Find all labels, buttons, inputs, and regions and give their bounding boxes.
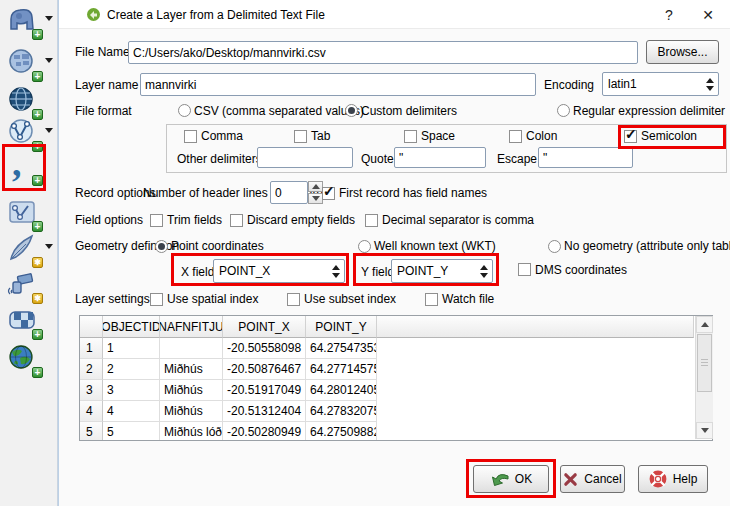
scroll-up-button[interactable] [696, 316, 713, 333]
colon-checkbox[interactable] [509, 130, 522, 143]
escape-label: Escape [497, 152, 537, 166]
wkt-radio[interactable] [358, 240, 371, 253]
table-vertical-scrollbar[interactable] [695, 316, 713, 439]
cancel-button[interactable]: Cancel [560, 465, 625, 493]
check-icon: ✓ [625, 127, 637, 141]
add-mssql-layer-button[interactable]: + [6, 46, 40, 80]
discard-empty-checkbox[interactable] [230, 214, 243, 227]
browse-button[interactable]: Browse... [646, 40, 719, 64]
manage-layers-toolbar: + + + + , [0, 0, 58, 506]
row-number[interactable]: 2 [80, 359, 103, 380]
file-format-label: File format [75, 104, 132, 118]
scroll-down-button[interactable] [696, 422, 713, 439]
add-wms-layer-button[interactable]: + [6, 84, 40, 118]
layer-settings-label: Layer settings [75, 292, 150, 306]
cell-objectid: 1 [103, 338, 160, 359]
help-titlebar-button[interactable]: ? [656, 3, 682, 26]
new-shapefile-layer-button[interactable]: + [6, 196, 40, 230]
spatial-index-checkbox[interactable] [150, 293, 163, 306]
dms-coordinates-checkbox[interactable] [518, 263, 531, 276]
row-number[interactable]: 4 [80, 401, 103, 422]
cell-objectid: 4 [103, 401, 160, 422]
add-web-globe-layer-button[interactable]: + [6, 342, 40, 376]
quote-input[interactable] [394, 147, 486, 168]
cell-point-y: 64.27547353 [306, 338, 377, 359]
add-delimited-text-layer-button[interactable]: , + [6, 150, 40, 184]
spinner-arrows-icon[interactable] [332, 260, 340, 282]
layer-name-input[interactable] [140, 73, 536, 96]
help-button-label: Help [673, 472, 698, 486]
col-header[interactable]: POINT_X [223, 316, 306, 338]
cell-point-x: -20.51917049 [223, 380, 306, 401]
cell-nafnfitju: Miðhús [160, 380, 223, 401]
spin-up-button[interactable] [308, 181, 323, 192]
dropdown-arrow-icon[interactable] [45, 16, 53, 21]
cell-point-x: -20.51312404 [223, 401, 306, 422]
layer-name-label: Layer name [75, 78, 138, 92]
encoding-value: latin1 [608, 77, 637, 91]
custom-delimiters-label: Custom delimiters [361, 104, 457, 118]
first-record-checkbox[interactable]: ✓ [322, 187, 335, 200]
tab-checkbox[interactable] [294, 130, 307, 143]
row-filler [377, 380, 694, 401]
trim-fields-checkbox[interactable] [150, 214, 163, 227]
spinner-arrows-icon[interactable] [706, 73, 714, 95]
semicolon-checkbox[interactable]: ✓ [624, 130, 637, 143]
cell-point-y: 64.27509882 [306, 422, 377, 440]
no-geometry-radio[interactable] [548, 240, 561, 253]
star-badge-icon: ✱ [32, 293, 43, 304]
spinner-arrows-icon[interactable] [480, 260, 488, 282]
ok-button-label: OK [515, 472, 532, 486]
new-gpx-layer-button[interactable]: ✱ [6, 268, 40, 302]
row-filler [377, 338, 694, 359]
trim-fields-label: Trim fields [167, 213, 222, 227]
other-delimiters-input[interactable] [257, 147, 353, 168]
file-name-input[interactable] [128, 41, 638, 64]
y-field-combo[interactable]: POINT_Y [391, 259, 493, 283]
row-number[interactable]: 1 [80, 338, 103, 359]
comma-checkbox[interactable] [184, 130, 197, 143]
add-raster-layer-button[interactable]: + [6, 304, 40, 338]
regex-delimiter-radio[interactable] [557, 104, 570, 117]
new-spatialite-layer-button[interactable]: ✱ [6, 232, 40, 266]
dialog-title: Create a Layer from a Delimited Text Fil… [107, 8, 325, 22]
space-checkbox-label: Space [421, 129, 455, 143]
escape-input[interactable] [538, 147, 633, 168]
plus-badge-icon: + [32, 175, 43, 186]
help-button[interactable]: Help [638, 465, 708, 493]
col-header[interactable]: OBJECTID [103, 316, 160, 338]
spin-down-button[interactable] [308, 193, 323, 204]
col-header[interactable]: POINT_Y [306, 316, 377, 338]
encoding-label: Encoding [544, 78, 594, 92]
space-checkbox[interactable] [404, 130, 417, 143]
dms-coordinates-label: DMS coordinates [535, 263, 627, 277]
dropdown-arrow-icon[interactable] [45, 58, 53, 63]
plus-badge-icon: + [32, 29, 43, 40]
y-field-value: POINT_Y [397, 264, 448, 278]
add-postgis-layer-button[interactable]: + [6, 4, 40, 38]
watch-file-checkbox[interactable] [425, 293, 438, 306]
csv-radio[interactable] [178, 104, 191, 117]
subset-index-checkbox[interactable] [287, 293, 300, 306]
cell-objectid: 3 [103, 380, 160, 401]
header-lines-spinbox[interactable] [270, 181, 308, 204]
other-delimiters-label: Other delimiters [177, 152, 262, 166]
close-button[interactable]: ✕ [694, 3, 722, 26]
scrollbar-thumb[interactable] [697, 334, 712, 392]
col-header[interactable]: NAFNFITJU [160, 316, 223, 338]
add-wfs-layer-button[interactable]: + [6, 116, 40, 150]
encoding-combo[interactable]: latin1 [602, 72, 719, 96]
x-field-combo[interactable]: POINT_X [213, 259, 345, 283]
row-number[interactable]: 5 [80, 422, 103, 440]
ok-button[interactable]: OK [473, 465, 549, 493]
point-coordinates-radio[interactable] [155, 240, 168, 253]
decimal-comma-checkbox[interactable] [365, 214, 378, 227]
comma-checkbox-label: Comma [201, 129, 243, 143]
corner-header-cell [80, 316, 103, 338]
dropdown-arrow-icon[interactable] [45, 128, 53, 133]
dropdown-arrow-icon[interactable] [45, 244, 53, 249]
custom-delimiters-radio[interactable] [345, 104, 358, 117]
row-number[interactable]: 3 [80, 380, 103, 401]
cell-objectid: 2 [103, 359, 160, 380]
star-badge-icon: ✱ [32, 257, 43, 268]
